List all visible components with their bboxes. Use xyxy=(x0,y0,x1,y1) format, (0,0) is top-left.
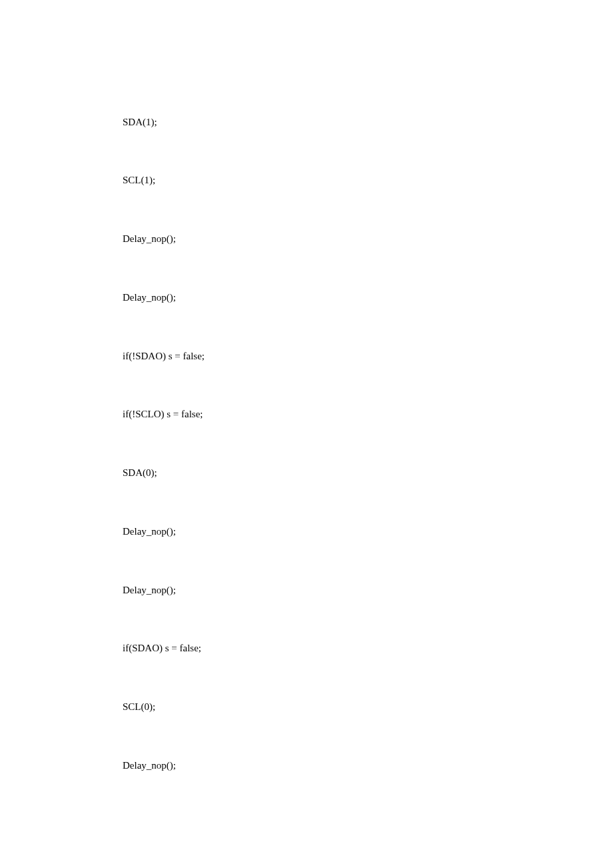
code-line: SDA(0); xyxy=(93,463,520,483)
code-line: SCL(1); xyxy=(93,171,520,190)
code-line: if(!SDAO) s = false; xyxy=(93,347,520,366)
blank-line xyxy=(93,815,520,834)
code-line: Delay_nop(); xyxy=(93,288,520,307)
code-line: Delay_nop(); xyxy=(93,581,520,600)
code-line: Delay_nop(); xyxy=(93,756,520,775)
code-line: Delay_nop(); xyxy=(93,229,520,249)
code-line: Delay_nop(); xyxy=(93,522,520,541)
code-line: SDA(1); xyxy=(93,113,520,132)
code-line: SCL(0); xyxy=(93,697,520,717)
code-listing: SDA(1); SCL(1); Delay_nop(); Delay_nop()… xyxy=(93,73,520,868)
document-page: SDA(1); SCL(1); Delay_nop(); Delay_nop()… xyxy=(0,0,613,868)
code-line: if(!SCLO) s = false; xyxy=(93,405,520,424)
code-line: if(SDAO) s = false; xyxy=(93,639,520,658)
